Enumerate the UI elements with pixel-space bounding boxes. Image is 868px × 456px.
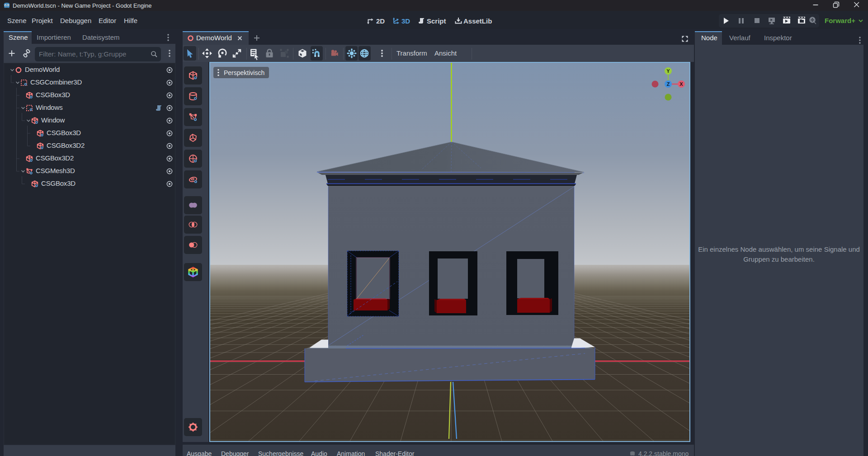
svg-text:Perspektivisch: Perspektivisch — [224, 69, 264, 76]
svg-text:X: X — [679, 81, 683, 87]
svg-text:Y: Y — [666, 68, 670, 74]
svg-text:Z: Z — [667, 81, 670, 87]
